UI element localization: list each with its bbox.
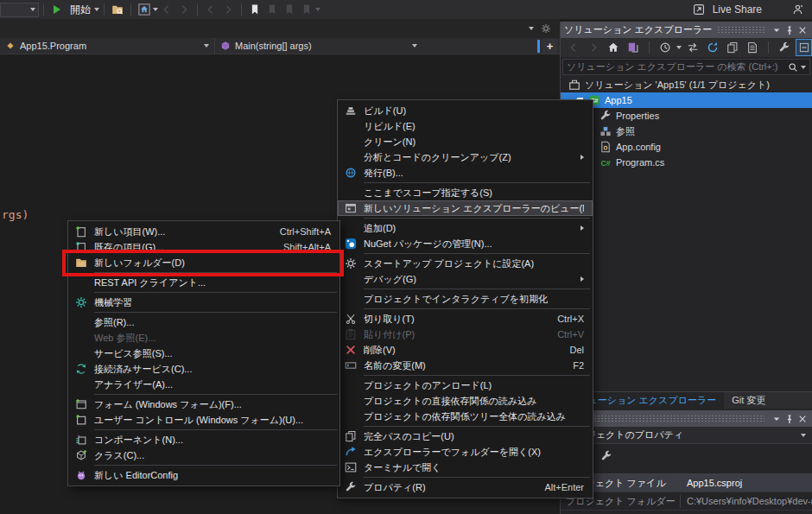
debug-target-combo[interactable] [0,3,39,17]
tab-git-changes[interactable]: Git 変更 [724,392,773,409]
goto-all-button[interactable] [109,2,126,17]
nav-back-button[interactable] [158,2,175,17]
menu-separator [94,394,337,395]
context-menu-item[interactable]: ビルド(U) [338,103,593,118]
chevron-down-icon[interactable] [315,8,320,11]
context-menu-item[interactable]: 切り取り(T)Ctrl+X [338,311,593,327]
context-menu-item[interactable]: プロジェクトでインタラクティブを初期化 [338,291,593,307]
context-menu-item[interactable]: デバッグ(G) [338,271,593,287]
split-window-button[interactable]: + [542,39,557,54]
document-list-chevron-icon[interactable] [529,27,534,30]
chevron-down-icon[interactable] [676,46,682,49]
properties-grid: プロジェクト ファイルApp15.csprojプロジェクト フォルダーC:¥Us… [561,473,812,511]
prev-bookmark-button[interactable] [263,2,281,17]
tree-item[interactable]: C#Program.cs [561,155,812,170]
live-share-icon [693,3,705,16]
live-share-button[interactable] [690,2,707,17]
start-debug-label[interactable]: 開始 [70,3,91,17]
add-submenu-item[interactable]: 参照(R)... [68,314,339,330]
add-submenu-item[interactable]: Web 参照(E)... [68,330,339,346]
context-menu-item[interactable]: 完全パスのコピー(U) [338,428,593,444]
add-submenu-item[interactable]: フォーム (Windows フォーム)(F)... [68,397,339,412]
context-menu-item[interactable]: ターミナルで開く [338,460,593,475]
editor-code-text: rgs) [2,208,29,221]
add-submenu-item[interactable]: コンポーネント(N)... [68,432,339,447]
tree-item-label: Program.cs [616,157,664,168]
context-menu-item[interactable]: ここまでスコープ指定する(S) [338,185,593,200]
tree-item[interactable]: App.config [561,139,812,155]
add-submenu-item[interactable]: REST API クライアント... [68,275,339,290]
tree-item[interactable]: C#App15 [561,92,812,108]
property-row[interactable]: プロジェクト ファイルApp15.csproj [561,474,812,492]
context-menu-item[interactable]: 追加(D) [338,220,593,236]
context-menu-item[interactable]: 名前の変更(M)F2 [338,358,593,373]
add-submenu-item[interactable]: サービス参照(S)... [68,346,339,361]
tree-item[interactable]: 参照 [561,124,812,139]
add-submenu-item[interactable]: アナライザー(A)... [68,377,339,392]
context-menu-item[interactable]: プロジェクトの直接依存関係の読み込み [338,393,593,409]
feedback-button[interactable] [790,2,807,17]
solution-search-box[interactable]: ソリューション エクスプローラー の検索 (Ctrl+:) [562,59,810,75]
chevron-down-icon [801,434,806,437]
pin-icon[interactable] [783,23,796,36]
context-menu-item[interactable]: エクスプローラーでフォルダーを開く(X) [338,444,593,460]
back-button[interactable] [565,40,582,55]
property-row[interactable]: プロジェクト フォルダーC:¥Users¥info¥Desktop¥dev-mi… [561,492,812,511]
context-menu-item[interactable]: NuGet パッケージの管理(N)... [338,236,593,251]
live-share-label[interactable]: Live Share [713,3,762,16]
sync-with-active-document-button[interactable] [684,40,701,55]
tree-item[interactable]: Properties [561,108,812,124]
nest-files-button[interactable] [724,40,741,55]
search-icon[interactable] [788,62,798,73]
context-menu-item[interactable]: クリーン(N) [338,134,593,149]
pin-icon[interactable] [783,412,796,425]
add-submenu-item[interactable]: 新しい EditorConfig [68,467,339,483]
indent-decrease-button[interactable] [202,2,219,17]
properties-button[interactable] [776,40,793,55]
chevron-down-icon[interactable] [801,66,806,69]
context-menu-item[interactable]: 分析とコードのクリーンアップ(Z) [338,149,593,165]
add-submenu-item[interactable]: 新しい項目(W)...Ctrl+Shift+A [68,224,339,239]
next-bookmark-button[interactable] [281,2,298,17]
nav-forward-button[interactable] [175,2,193,17]
properties-object-combo[interactable]: プロジェクトのプロパティ [561,427,812,444]
properties-titlebar[interactable] [561,410,812,427]
tree-item[interactable]: ソリューション 'App15' (1/1 プロジェクト) [561,77,812,92]
home-button[interactable] [605,40,622,55]
refresh-button[interactable] [704,40,721,55]
context-menu-item[interactable]: プロジェクトの依存関係ツリー全体の読み込み [338,409,593,424]
add-submenu-item[interactable]: クラス(C)... [68,447,339,463]
add-submenu-item[interactable]: 接続済みサービス(C)... [68,361,339,377]
collapse-all-button[interactable] [796,39,812,56]
add-submenu-item[interactable]: 機械学習 [68,295,339,310]
close-icon[interactable] [796,412,809,425]
type-dropdown[interactable]: App15.Program [0,38,214,54]
start-debug-button[interactable] [48,2,66,17]
member-dropdown[interactable]: Main(string[] args) [215,38,422,54]
context-menu-item[interactable]: 貼り付け(P)Ctrl+V [338,327,593,342]
indent-increase-button[interactable] [219,2,237,17]
context-menu-item[interactable]: 新しいソリューション エクスプローラーのビュー(N) [338,200,593,216]
switch-views-button[interactable] [625,40,642,55]
forward-button[interactable] [585,40,602,55]
toggle-bookmark-button[interactable] [246,2,263,17]
context-menu-item[interactable]: リビルド(E) [338,118,593,134]
boxed-home-button[interactable] [136,2,153,17]
clear-bookmarks-button[interactable] [298,2,315,17]
context-menu-item[interactable]: プロジェクトのアンロード(L) [338,378,593,393]
context-menu-item[interactable]: プロパティ(R)Alt+Enter [338,479,593,495]
tab-label: Git 変更 [732,394,765,407]
close-icon[interactable] [796,23,809,36]
properties-wrench-icon[interactable] [600,450,612,462]
chevron-down-icon[interactable] [94,8,99,11]
window-options-gear-icon[interactable] [541,23,551,34]
context-menu-item[interactable]: 発行(B)... [338,165,593,181]
context-menu-item[interactable]: スタートアップ プロジェクトに設定(A) [338,256,593,271]
add-submenu-item[interactable]: ユーザー コントロール (Windows フォーム)(U)... [68,412,339,428]
preview-selected-items-button[interactable] [744,40,761,55]
solution-explorer-titlebar[interactable]: ソリューション エクスプローラー [561,22,812,38]
context-menu-item[interactable]: 削除(V)Del [338,342,593,358]
pending-changes-filter-button[interactable] [657,40,674,55]
window-position-chevron-icon[interactable] [770,412,783,425]
window-position-chevron-icon[interactable] [770,23,783,36]
